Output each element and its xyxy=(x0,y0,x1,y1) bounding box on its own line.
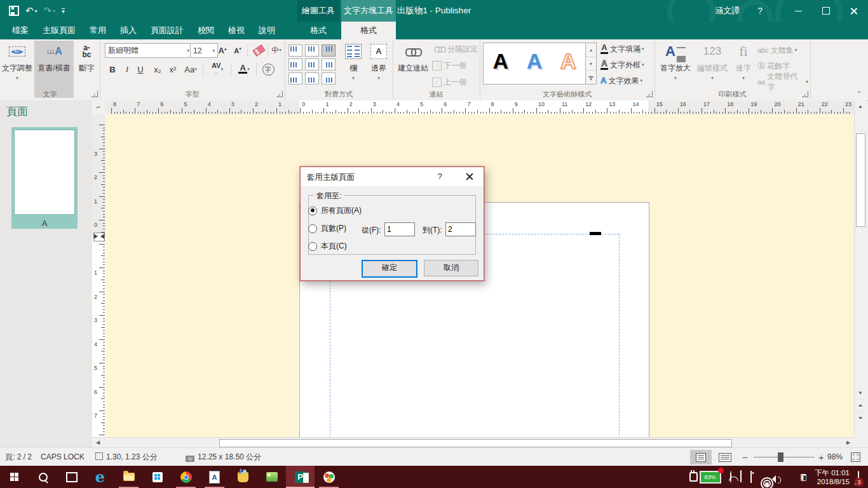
photo-app-taskbar-button[interactable] xyxy=(257,466,286,488)
scroll-left-button[interactable]: ◀ xyxy=(93,438,103,447)
create-link-button[interactable]: 建立連結 xyxy=(395,41,431,72)
wordart-dialog-launcher[interactable] xyxy=(646,91,653,97)
zoom-slider-thumb[interactable] xyxy=(778,452,783,462)
font-name-dropdown-icon[interactable]: ▾ xyxy=(187,48,189,53)
stylistic-alternates-button[interactable]: aa 文體替代字▾ xyxy=(757,75,808,89)
align-middle-center-button[interactable] xyxy=(305,58,319,71)
tab-file[interactable]: 檔案 xyxy=(5,22,36,39)
power-tray-button[interactable] xyxy=(750,471,752,483)
shrink-font-button[interactable]: A▾ xyxy=(231,43,245,57)
radio-icon[interactable] xyxy=(308,242,317,251)
customize-qat-button[interactable]: ▾ xyxy=(62,8,65,14)
action-center-button[interactable]: 3 xyxy=(858,471,859,483)
hyphenation-button[interactable]: a-bc 斷字 xyxy=(75,41,98,72)
previous-page-button[interactable]: ⏶ xyxy=(855,399,865,412)
to-page-input[interactable] xyxy=(445,222,476,236)
break-link-button[interactable]: 分隔設定 xyxy=(432,42,479,56)
font-size-dropdown-icon[interactable]: ▾ xyxy=(212,48,215,53)
undo-button[interactable]: ↶▾ xyxy=(25,5,37,17)
art-tools-taskbar-button[interactable] xyxy=(229,466,257,488)
horizontal-ruler[interactable]: 8765432101234567891011121314151617181920… xyxy=(105,100,854,115)
align-bottom-left-button[interactable] xyxy=(288,72,302,85)
next-page-button[interactable]: ⏷ xyxy=(855,412,865,424)
undo-dropdown-icon[interactable]: ▾ xyxy=(35,8,37,14)
maximize-button[interactable] xyxy=(812,0,840,22)
tab-master-page[interactable]: 主版頁面 xyxy=(36,22,83,39)
people-tray-button[interactable] xyxy=(730,471,731,483)
text-dialog-launcher[interactable] xyxy=(92,91,98,97)
single-page-view-button[interactable] xyxy=(690,450,712,464)
clear-formatting-button[interactable] xyxy=(251,43,266,57)
wordart-style-black[interactable]: A xyxy=(484,43,517,84)
italic-button[interactable]: I xyxy=(121,62,133,76)
gallery-scroll-down-button[interactable]: ▼ xyxy=(586,57,596,71)
file-explorer-taskbar-button[interactable] xyxy=(114,466,143,488)
vertical-scrollbar[interactable]: ▲ ▼ ⏶ ⏷ xyxy=(854,100,866,437)
next-textbox-button[interactable]: →下一個 xyxy=(432,58,479,72)
two-page-spread-button[interactable] xyxy=(714,450,736,464)
master-page-thumbnail[interactable]: A xyxy=(11,127,78,229)
scroll-down-button[interactable]: ▼ xyxy=(855,388,865,398)
font-color-button[interactable]: A▾ xyxy=(234,62,254,76)
columns-button[interactable]: 欄▾ xyxy=(342,41,365,83)
align-top-center-button[interactable] xyxy=(305,44,319,57)
align-top-left-button[interactable] xyxy=(288,44,302,57)
battery-status-widget[interactable]: 83% xyxy=(689,471,721,484)
dialog-close-button[interactable] xyxy=(455,167,484,186)
help-button[interactable]: ? xyxy=(757,6,763,16)
chrome-taskbar-button[interactable] xyxy=(172,466,200,488)
vertical-ruler[interactable]: 321012345678 xyxy=(92,114,106,437)
tab-home[interactable]: 常用 xyxy=(83,22,113,39)
search-button[interactable] xyxy=(29,466,57,488)
font-name-combobox[interactable]: 新細明體▾ xyxy=(105,43,193,58)
fit-page-button[interactable] xyxy=(846,450,864,464)
close-button[interactable] xyxy=(840,0,868,22)
bold-button[interactable]: B xyxy=(106,62,119,76)
tab-help[interactable]: 說明 xyxy=(252,22,282,39)
stylistic-sets-button[interactable]: abc 文體集▾ xyxy=(757,43,808,57)
tab-review[interactable]: 校閱 xyxy=(191,22,221,39)
signed-in-user[interactable]: 涵文譚 xyxy=(715,5,740,17)
task-view-button[interactable] xyxy=(57,466,86,488)
align-bottom-center-button[interactable] xyxy=(305,72,319,85)
text-effects-button[interactable]: A 文字效果▾ xyxy=(600,74,653,88)
collapse-ribbon-button[interactable]: ⌃ xyxy=(854,89,864,99)
zoom-slider-track[interactable] xyxy=(754,457,815,458)
ruler-corner[interactable]: ⌐ xyxy=(92,100,106,115)
superscript-button[interactable]: x² xyxy=(166,62,180,76)
text-outline-button[interactable]: A 文字外框▾ xyxy=(600,58,653,72)
dialog-help-button[interactable]: ? xyxy=(430,167,449,186)
ime-mode-button[interactable]: ◨ xyxy=(801,471,806,483)
tab-textbox-format-active[interactable]: 格式 xyxy=(341,22,396,39)
clock[interactable]: 下午 01:01 2018/8/15 xyxy=(815,468,850,486)
tab-drawing-format[interactable]: 格式 xyxy=(297,22,339,39)
zoom-in-button[interactable]: + xyxy=(818,448,824,466)
zoom-percentage[interactable]: 98% xyxy=(827,448,843,466)
wordart-style-orange-outline[interactable]: A xyxy=(552,43,585,84)
align-top-right-button[interactable] xyxy=(322,44,336,57)
cancel-button[interactable]: 取消 xyxy=(424,260,478,276)
radio-selected-icon[interactable] xyxy=(308,207,317,215)
tab-insert[interactable]: 插入 xyxy=(113,22,144,39)
publisher-taskbar-button[interactable]: P xyxy=(286,466,315,488)
horizontal-scrollbar[interactable]: ◀ ▶ xyxy=(92,437,854,448)
align-middle-left-button[interactable] xyxy=(288,58,302,71)
option-all-pages[interactable]: 所有頁面(A) xyxy=(308,205,362,216)
tab-page-design[interactable]: 頁面設計 xyxy=(144,22,191,39)
scroll-right-button[interactable]: ▶ xyxy=(843,438,853,447)
phonetic-guide-button[interactable]: 中▾ xyxy=(269,43,284,57)
text-fit-button[interactable]: ◂a▸ 文字調整▾ xyxy=(1,41,33,83)
text-fill-button[interactable]: A 文字填滿▾ xyxy=(600,42,653,56)
wordart-style-blue[interactable]: A xyxy=(517,43,551,84)
start-button[interactable] xyxy=(0,466,29,488)
previous-textbox-button[interactable]: ←上一個 xyxy=(432,75,479,89)
zoom-out-button[interactable]: − xyxy=(742,448,748,466)
show-hidden-icons-button[interactable] xyxy=(740,471,742,483)
store-taskbar-button[interactable] xyxy=(143,466,172,488)
radio-icon[interactable] xyxy=(308,224,317,233)
option-page-range[interactable]: 頁數(P) xyxy=(308,223,346,234)
grow-font-button[interactable]: A▴ xyxy=(215,43,229,57)
minimize-button[interactable] xyxy=(784,0,812,22)
margins-button[interactable]: A 邊界▾ xyxy=(366,41,391,83)
change-case-button[interactable]: Aa▾ xyxy=(181,62,200,76)
